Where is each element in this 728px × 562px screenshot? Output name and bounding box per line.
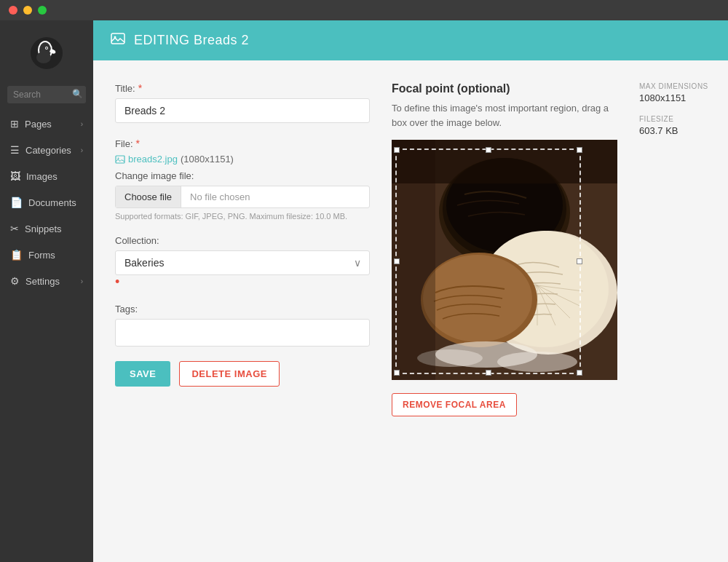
- title-input[interactable]: [115, 98, 370, 123]
- action-buttons: SAVE DELETE IMAGE: [115, 361, 370, 387]
- chevron-right-icon: ›: [81, 120, 83, 128]
- focal-handle-top-mid[interactable]: [486, 147, 491, 153]
- sidebar-item-label: Images: [26, 171, 58, 182]
- image-icon: [115, 154, 125, 165]
- focal-image-container[interactable]: [392, 140, 617, 383]
- svg-point-5: [36, 52, 51, 63]
- sidebar-item-label: Documents: [28, 197, 76, 208]
- file-dimensions: (1080x1151): [181, 154, 234, 165]
- collection-required-indicator: •: [115, 274, 119, 289]
- main-content: EDITING Breads 2 Title: * File:: [93, 20, 728, 562]
- focal-point-title: Focal point (optional): [392, 82, 617, 95]
- remove-focal-area-button[interactable]: REMOVE FOCAL AREA: [392, 393, 517, 416]
- collection-select-wrapper: Bakeries Other ∨: [115, 250, 370, 275]
- choose-file-button[interactable]: Choose file: [116, 186, 181, 207]
- images-icon: 🖼: [10, 170, 20, 182]
- dimensions-value: 1080x1151: [639, 92, 712, 103]
- chevron-right-icon: ›: [81, 277, 83, 285]
- settings-icon: ⚙: [10, 275, 20, 287]
- snippets-icon: ✂: [10, 223, 19, 234]
- sidebar-item-forms[interactable]: 📋 Forms: [0, 242, 93, 268]
- filesize-value: 603.7 KB: [639, 125, 712, 136]
- file-label: File: *: [115, 138, 370, 149]
- title-row: Title: *: [115, 82, 370, 123]
- pages-icon: ⊞: [10, 118, 19, 130]
- content-area: Title: * File: * breads2.jpg: [93, 60, 728, 562]
- filesize-section: FILESIZE 603.7 KB: [639, 115, 712, 136]
- svg-point-4: [46, 47, 47, 49]
- tags-input[interactable]: [115, 319, 370, 347]
- search-container: 🔍: [0, 86, 93, 111]
- header: EDITING Breads 2: [93, 20, 728, 60]
- sidebar-item-categories[interactable]: ☰ Categories ›: [0, 137, 93, 163]
- tags-row: Tags:: [115, 304, 370, 347]
- sidebar-item-label: Categories: [25, 145, 71, 156]
- focal-handle-mid-right[interactable]: [577, 258, 582, 264]
- maximize-button[interactable]: [38, 6, 47, 15]
- filesize-label: FILESIZE: [639, 115, 712, 123]
- supported-formats-text: Supported formats: GIF, JPEG, PNG. Maxim…: [115, 212, 370, 221]
- collection-label: Collection:: [115, 235, 370, 246]
- sidebar-item-label: Snippets: [25, 223, 62, 234]
- sidebar-item-documents[interactable]: 📄 Documents: [0, 189, 93, 215]
- meta-panel: MAX DIMENSIONS 1080x1151 FILESIZE 603.7 …: [639, 82, 712, 540]
- dimensions-section: MAX DIMENSIONS 1080x1151: [639, 82, 712, 103]
- focal-panel: Focal point (optional) To define this im…: [392, 82, 617, 540]
- app: 🔍 ⊞ Pages › ☰ Categories › 🖼 Ima: [0, 20, 728, 562]
- focal-point-description: To define this image's most important re…: [392, 101, 617, 130]
- file-input-row: Choose file No file chosen: [115, 186, 370, 208]
- sidebar-item-images[interactable]: 🖼 Images: [0, 163, 93, 189]
- titlebar: [0, 0, 728, 20]
- save-button[interactable]: SAVE: [115, 361, 170, 387]
- minimize-button[interactable]: [23, 6, 32, 15]
- title-label: Title: *: [115, 82, 370, 94]
- focal-handle-bottom-right[interactable]: [577, 370, 582, 376]
- focal-handle-bottom-mid[interactable]: [486, 370, 491, 376]
- forms-icon: 📋: [10, 249, 23, 261]
- focal-handle-top-left[interactable]: [394, 147, 400, 153]
- search-button[interactable]: 🔍: [72, 89, 83, 99]
- page-title: EDITING Breads 2: [134, 33, 249, 48]
- sidebar-nav: ⊞ Pages › ☰ Categories › 🖼 Images: [0, 111, 93, 562]
- chevron-right-icon: ›: [81, 146, 83, 154]
- sidebar-item-label: Forms: [28, 250, 55, 261]
- focal-handle-mid-left[interactable]: [394, 258, 400, 264]
- file-link[interactable]: breads2.jpg (1080x1151): [115, 154, 370, 165]
- header-image-icon: [111, 31, 125, 50]
- focal-handle-bottom-left[interactable]: [394, 370, 400, 376]
- sidebar-item-pages[interactable]: ⊞ Pages ›: [0, 111, 93, 137]
- focal-handle-top-right[interactable]: [577, 147, 582, 153]
- svg-rect-6: [111, 33, 124, 44]
- close-button[interactable]: [9, 6, 17, 15]
- focal-area-box[interactable]: [395, 149, 581, 374]
- change-file-label: Change image file:: [115, 170, 370, 181]
- bird-logo: [29, 36, 64, 71]
- tags-label: Tags:: [115, 304, 370, 314]
- delete-image-button[interactable]: DELETE IMAGE: [179, 361, 280, 387]
- svg-rect-8: [116, 156, 124, 163]
- sidebar: 🔍 ⊞ Pages › ☰ Categories › 🖼 Ima: [0, 20, 93, 562]
- file-row: File: * breads2.jpg (1080x1151) Change i…: [115, 138, 370, 221]
- categories-icon: ☰: [10, 144, 20, 156]
- sidebar-item-label: Settings: [25, 276, 60, 287]
- file-link-container: breads2.jpg (1080x1151): [115, 154, 370, 165]
- sidebar-item-snippets[interactable]: ✂ Snippets: [0, 215, 93, 242]
- dimensions-label: MAX DIMENSIONS: [639, 82, 712, 90]
- file-required: *: [136, 138, 140, 149]
- documents-icon: 📄: [10, 197, 23, 208]
- no-file-text: No file chosen: [181, 186, 369, 207]
- collection-row: Collection: Bakeries Other ∨ •: [115, 235, 370, 289]
- sidebar-item-label: Pages: [25, 119, 52, 130]
- collection-select[interactable]: Bakeries Other: [115, 250, 370, 275]
- svg-point-9: [118, 157, 119, 159]
- logo: [0, 20, 93, 86]
- sidebar-item-settings[interactable]: ⚙ Settings ›: [0, 268, 93, 294]
- form-panel: Title: * File: * breads2.jpg: [115, 82, 370, 540]
- title-required: *: [138, 82, 142, 94]
